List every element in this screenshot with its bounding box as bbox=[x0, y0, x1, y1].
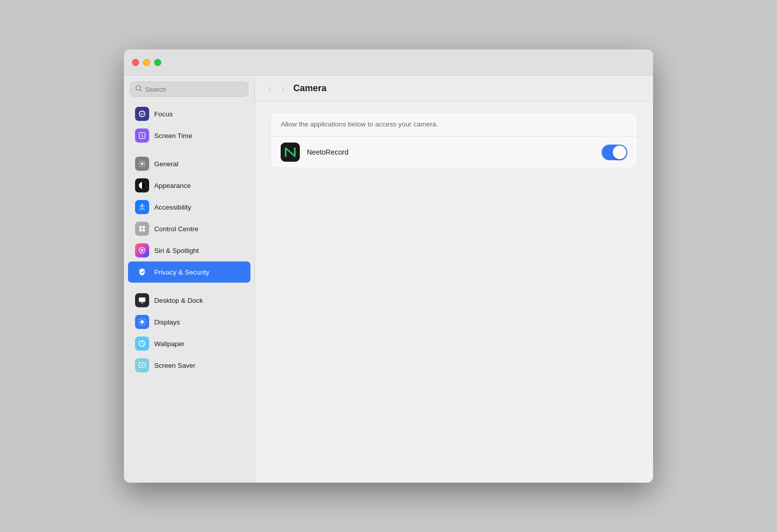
svg-rect-8 bbox=[139, 229, 142, 232]
sidebar-item-siri-spotlight[interactable]: Siri & Spotlight bbox=[128, 240, 250, 261]
page-title: Camera bbox=[293, 83, 327, 94]
maximize-button[interactable] bbox=[154, 59, 161, 66]
sidebar-item-focus[interactable]: Focus bbox=[128, 103, 250, 124]
sidebar-item-control-centre[interactable]: Control Centre bbox=[128, 218, 250, 239]
desktop-dock-label: Desktop & Dock bbox=[154, 297, 203, 304]
app-name: NeetoRecord bbox=[307, 148, 595, 156]
title-bar bbox=[124, 49, 653, 76]
svg-rect-9 bbox=[143, 229, 145, 232]
desktop-dock-icon bbox=[135, 293, 149, 307]
accessibility-icon bbox=[135, 200, 149, 214]
screen-time-label: Screen Time bbox=[154, 132, 192, 140]
appearance-label: Appearance bbox=[154, 182, 191, 189]
general-icon bbox=[135, 157, 149, 171]
svg-point-3 bbox=[141, 163, 144, 165]
back-button[interactable]: ‹ bbox=[265, 81, 274, 96]
sidebar-item-displays[interactable]: Displays bbox=[128, 311, 250, 332]
control-centre-icon bbox=[135, 222, 149, 236]
search-icon bbox=[136, 85, 142, 93]
screen-saver-icon bbox=[135, 358, 149, 372]
content-area: FocusScreen TimeGeneralAppearanceAccessi… bbox=[124, 76, 653, 483]
sidebar-item-screen-time[interactable]: Screen Time bbox=[128, 125, 250, 146]
svg-line-1 bbox=[140, 90, 142, 91]
svg-point-11 bbox=[141, 249, 144, 252]
screen-time-icon bbox=[135, 128, 149, 143]
control-centre-label: Control Centre bbox=[154, 225, 199, 233]
sidebar-item-general[interactable]: General bbox=[128, 153, 250, 174]
siri-spotlight-label: Siri & Spotlight bbox=[154, 247, 199, 254]
appearance-icon bbox=[135, 178, 149, 192]
privacy-security-icon bbox=[135, 265, 149, 279]
svg-point-14 bbox=[141, 320, 144, 323]
main-content: ‹ › Camera Allow the applications below … bbox=[255, 76, 653, 483]
accessibility-label: Accessibility bbox=[154, 204, 191, 211]
search-box[interactable] bbox=[130, 82, 248, 97]
traffic-lights bbox=[132, 59, 161, 66]
close-button[interactable] bbox=[132, 59, 139, 66]
app-icon bbox=[281, 143, 300, 162]
sidebar: FocusScreen TimeGeneralAppearanceAccessi… bbox=[124, 76, 255, 483]
sidebar-item-privacy-security[interactable]: Privacy & Security bbox=[128, 261, 250, 283]
wallpaper-label: Wallpaper bbox=[154, 340, 184, 348]
system-preferences-window: FocusScreen TimeGeneralAppearanceAccessi… bbox=[124, 49, 653, 483]
svg-point-5 bbox=[141, 204, 143, 206]
sidebar-item-desktop-dock[interactable]: Desktop & Dock bbox=[128, 290, 250, 311]
search-container bbox=[124, 82, 254, 103]
screen-saver-label: Screen Saver bbox=[154, 362, 196, 369]
svg-rect-7 bbox=[143, 226, 145, 228]
sidebar-item-accessibility[interactable]: Accessibility bbox=[128, 196, 250, 218]
forward-button[interactable]: › bbox=[278, 81, 287, 96]
chevron-left-icon: ‹ bbox=[268, 83, 271, 94]
displays-label: Displays bbox=[154, 318, 180, 326]
nav-bar: ‹ › Camera bbox=[255, 76, 653, 102]
svg-rect-6 bbox=[139, 226, 142, 228]
sidebar-item-appearance[interactable]: Appearance bbox=[128, 175, 250, 196]
sidebar-items: FocusScreen TimeGeneralAppearanceAccessi… bbox=[124, 103, 254, 376]
camera-description: Allow the applications below to access y… bbox=[271, 112, 637, 137]
camera-toggle[interactable] bbox=[602, 145, 627, 160]
toggle-slider bbox=[602, 145, 627, 160]
svg-rect-13 bbox=[141, 303, 144, 303]
search-input[interactable] bbox=[145, 86, 243, 93]
svg-rect-12 bbox=[139, 297, 146, 302]
general-label: General bbox=[154, 160, 178, 168]
app-rows: NeetoRecord bbox=[271, 137, 637, 168]
sidebar-item-wallpaper[interactable]: Wallpaper bbox=[128, 333, 250, 354]
main-scroll: Allow the applications below to access y… bbox=[255, 102, 653, 483]
focus-icon bbox=[135, 107, 149, 121]
privacy-security-label: Privacy & Security bbox=[154, 269, 210, 276]
focus-label: Focus bbox=[154, 110, 173, 118]
minimize-button[interactable] bbox=[143, 59, 150, 66]
displays-icon bbox=[135, 315, 149, 329]
chevron-right-icon: › bbox=[281, 83, 284, 94]
app-row: NeetoRecord bbox=[271, 137, 637, 168]
camera-panel: Allow the applications below to access y… bbox=[270, 112, 638, 168]
sidebar-item-screen-saver[interactable]: Screen Saver bbox=[128, 355, 250, 376]
siri-spotlight-icon bbox=[135, 243, 149, 257]
wallpaper-icon bbox=[135, 337, 149, 351]
